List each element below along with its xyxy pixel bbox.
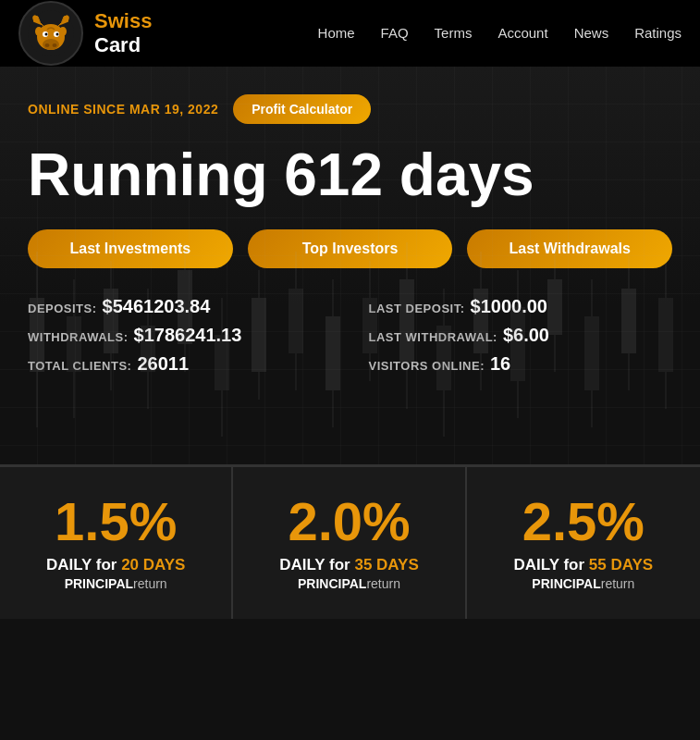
nav-link-ratings[interactable]: Ratings — [634, 25, 682, 41]
svg-point-10 — [56, 33, 59, 36]
svg-rect-30 — [362, 298, 377, 353]
svg-rect-16 — [104, 289, 118, 353]
svg-rect-42 — [584, 316, 599, 390]
svg-rect-24 — [252, 298, 266, 372]
plan-3-daily: DAILY for 55 DAYS — [485, 556, 682, 574]
logo: Swiss Card — [18, 1, 203, 66]
logo-card: Card — [94, 33, 152, 57]
nav-link-home[interactable]: Home — [318, 25, 355, 41]
plan-1-principal: PRINCIPALreturn — [18, 576, 213, 591]
svg-point-6 — [53, 43, 57, 47]
svg-rect-22 — [215, 335, 229, 390]
svg-point-5 — [45, 43, 50, 47]
svg-point-3 — [59, 27, 67, 36]
plan-3-principal: PRINCIPALreturn — [485, 576, 682, 591]
svg-rect-20 — [178, 270, 192, 344]
svg-rect-14 — [67, 316, 81, 372]
candlestick-chart-bg — [0, 205, 700, 464]
plan-1-principal-label: PRINCIPAL — [65, 576, 133, 591]
plan-2-daily: DAILY for 35 DAYS — [252, 556, 446, 574]
plan-card-3: 2.5% DAILY for 55 DAYS PRINCIPALreturn — [467, 467, 700, 619]
plan-3-days: 55 DAYS — [589, 556, 653, 574]
plan-2-principal-label: PRINCIPAL — [298, 576, 366, 591]
svg-rect-40 — [547, 279, 562, 335]
svg-rect-28 — [325, 316, 340, 390]
logo-swiss: Swiss — [94, 9, 152, 33]
plan-3-principal-label: PRINCIPAL — [532, 576, 600, 591]
svg-point-2 — [35, 27, 43, 36]
nav-link-terms[interactable]: Terms — [435, 25, 473, 41]
plan-card-2: 2.0% DAILY for 35 DAYS PRINCIPALreturn — [233, 467, 466, 619]
svg-rect-46 — [658, 298, 673, 372]
nav-item-home[interactable]: Home — [318, 25, 355, 42]
plan-1-percent: 1.5% — [18, 495, 213, 549]
nav-link-account[interactable]: Account — [497, 25, 547, 41]
nav-link-faq[interactable]: FAQ — [381, 25, 409, 41]
nav-item-news[interactable]: News — [574, 25, 609, 42]
svg-rect-26 — [289, 289, 303, 353]
svg-rect-18 — [141, 326, 155, 372]
nav-link-news[interactable]: News — [574, 25, 609, 41]
hero-section: ONLINE SINCE MAR 19, 2022 Profit Calcula… — [0, 67, 700, 464]
plan-1-days: 20 DAYS — [121, 556, 185, 574]
svg-point-9 — [45, 33, 48, 36]
plan-1-daily: DAILY for 20 DAYS — [18, 556, 213, 574]
svg-rect-34 — [436, 326, 451, 390]
nav-item-ratings[interactable]: Ratings — [634, 25, 682, 42]
plans-section: 1.5% DAILY for 20 DAYS PRINCIPALreturn 2… — [0, 464, 700, 619]
nav-links: Home FAQ Terms Account News Ratings — [318, 25, 682, 42]
plan-2-percent: 2.0% — [252, 495, 446, 549]
svg-rect-38 — [510, 307, 525, 381]
plan-3-percent: 2.5% — [485, 495, 682, 549]
plan-2-principal: PRINCIPALreturn — [252, 576, 446, 591]
svg-rect-36 — [473, 289, 488, 353]
logo-text: Swiss Card — [94, 9, 152, 58]
svg-rect-44 — [621, 289, 636, 353]
svg-rect-32 — [399, 279, 414, 363]
nav-item-faq[interactable]: FAQ — [381, 25, 409, 42]
plan-card-1: 1.5% DAILY for 20 DAYS PRINCIPALreturn — [0, 467, 233, 619]
logo-icon — [18, 1, 83, 66]
svg-point-4 — [43, 39, 59, 50]
plan-2-days: 35 DAYS — [354, 556, 418, 574]
navbar: Swiss Card Home FAQ Terms Account News R… — [0, 0, 700, 67]
nav-item-terms[interactable]: Terms — [435, 25, 473, 42]
svg-rect-12 — [30, 298, 44, 372]
nav-item-account[interactable]: Account — [497, 25, 547, 42]
